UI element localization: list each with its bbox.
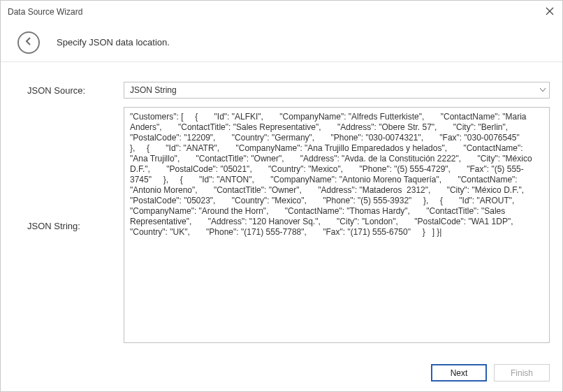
json-string-input[interactable] — [124, 107, 550, 343]
wizard-header: Specify JSON data location. — [1, 23, 562, 62]
close-icon — [546, 7, 554, 17]
arrow-left-icon — [24, 36, 34, 48]
json-source-row: JSON Source: JSON String — [13, 82, 550, 99]
json-source-label: JSON Source: — [13, 85, 124, 96]
form-area: JSON Source: JSON String JSON String: — [1, 62, 562, 362]
finish-button: Finish — [494, 364, 550, 382]
json-source-select[interactable]: JSON String — [124, 82, 550, 99]
titlebar: Data Source Wizard — [1, 1, 562, 23]
wizard-window: Data Source Wizard Specify JSON data loc… — [0, 0, 563, 392]
wizard-subtitle: Specify JSON data location. — [57, 37, 170, 48]
finish-button-label: Finish — [511, 368, 533, 378]
next-button[interactable]: Next — [431, 364, 487, 382]
wizard-footer: Next Finish — [431, 364, 550, 382]
json-string-row: JSON String: — [13, 107, 550, 345]
close-button[interactable] — [541, 3, 558, 20]
json-string-label: JSON String: — [13, 221, 124, 231]
json-source-value: JSON String — [124, 82, 550, 99]
back-button[interactable] — [17, 31, 40, 54]
next-button-label: Next — [451, 368, 468, 378]
window-title: Data Source Wizard — [8, 7, 82, 17]
